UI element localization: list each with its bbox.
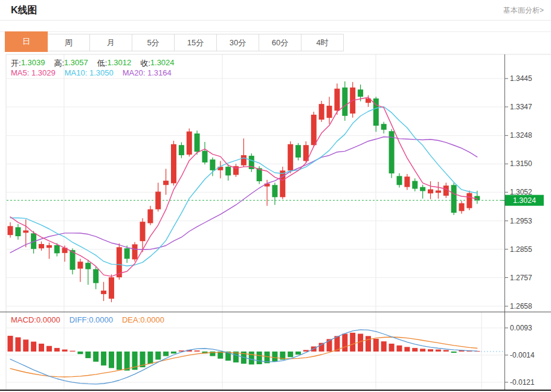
low-label: 低: (97, 58, 108, 69)
macd-value: 0.0000 (36, 315, 60, 324)
svg-text:1.3150: 1.3150 (510, 159, 532, 168)
close-value: 1.3024 (150, 58, 175, 69)
high-label: 高: (54, 58, 64, 69)
svg-text:1.3248: 1.3248 (510, 131, 532, 140)
svg-text:1.2658: 1.2658 (510, 302, 532, 310)
svg-text:1.3347: 1.3347 (510, 103, 532, 111)
ma5-label: MA5: (11, 68, 29, 77)
macd-label: MACD: (11, 315, 36, 324)
svg-text:1.2855: 1.2855 (510, 245, 532, 254)
svg-text:1.3024: 1.3024 (513, 196, 536, 205)
ohlc-readout: 开:1.3039 高:1.3057 低:1.3012 收:1.3024 (11, 58, 184, 69)
diff-label: DIFF: (69, 315, 89, 324)
low-value: 1.3012 (107, 58, 131, 69)
svg-text:-0.0014: -0.0014 (510, 351, 535, 359)
dea-label: DEA: (122, 315, 140, 324)
ma20-label: MA20: (123, 68, 146, 77)
ma-readout: MA5: 1.3029 MA10: 1.3050 MA20: 1.3164 (11, 68, 181, 77)
ma10-value: 1.3050 (89, 68, 114, 77)
dea-value: 0.0000 (140, 315, 164, 324)
ma5-value: 1.3029 (31, 68, 56, 77)
open-label: 开: (11, 58, 21, 69)
svg-text:-0.0121: -0.0121 (510, 378, 535, 387)
svg-text:0.0093: 0.0093 (510, 324, 532, 332)
diff-value: 0.0000 (89, 315, 113, 324)
high-value: 1.3057 (64, 58, 88, 69)
close-label: 收: (140, 58, 150, 69)
svg-text:1.3445: 1.3445 (510, 74, 532, 83)
open-value: 1.3039 (21, 58, 45, 69)
svg-text:1.2953: 1.2953 (510, 217, 532, 225)
ma10-label: MA10: (65, 68, 88, 77)
macd-readout: MACD:0.0000 DIFF:0.0000 DEA:0.0000 (11, 315, 173, 324)
svg-text:1.2757: 1.2757 (510, 274, 532, 282)
ma20-value: 1.3164 (147, 68, 172, 77)
